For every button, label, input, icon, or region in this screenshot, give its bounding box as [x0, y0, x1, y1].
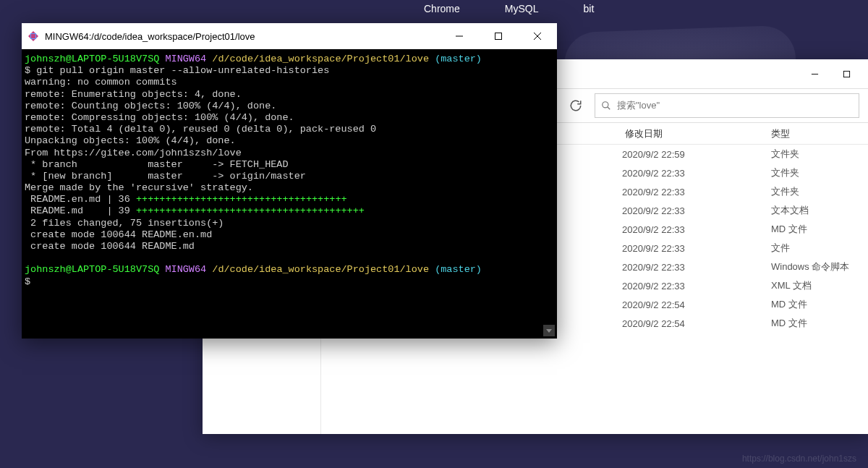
svg-marker-10	[28, 31, 38, 41]
search-input[interactable]: 搜索"love"	[595, 93, 859, 118]
terminal-body[interactable]: johnszh@LAPTOP-5U18V7SQ MINGW64 /d/code/…	[22, 49, 557, 339]
desktop-icon-labels: Chrome MySQL bit	[420, 0, 598, 17]
maximize-button[interactable]	[488, 25, 509, 47]
desktop-icon-mysql[interactable]: MySQL	[501, 0, 543, 17]
terminal-title: MINGW64:/d/code/idea_workspace/Project01…	[45, 31, 448, 42]
terminal-titlebar[interactable]: MINGW64:/d/code/idea_workspace/Project01…	[22, 23, 557, 49]
minimize-button[interactable]	[799, 62, 830, 85]
terminal-scroll-down-icon[interactable]	[543, 325, 555, 336]
refresh-button[interactable]	[561, 91, 590, 120]
svg-rect-1	[843, 71, 849, 77]
maximize-button[interactable]	[830, 62, 862, 85]
column-header-type[interactable]: 类型	[767, 127, 868, 140]
search-placeholder: 搜索"love"	[617, 99, 660, 112]
mingw-icon	[27, 30, 39, 42]
watermark: https://blog.csdn.net/john1szs	[742, 454, 856, 464]
desktop-icon-bit[interactable]: bit	[579, 0, 598, 17]
svg-point-2	[603, 102, 608, 108]
terminal-window: MINGW64:/d/code/idea_workspace/Project01…	[22, 23, 557, 339]
desktop-icon-chrome[interactable]: Chrome	[420, 0, 464, 17]
column-header-date[interactable]: 修改日期	[622, 127, 767, 140]
minimize-button[interactable]	[448, 25, 470, 47]
svg-line-3	[608, 107, 610, 110]
close-button[interactable]	[527, 25, 548, 47]
svg-rect-13	[495, 33, 502, 40]
